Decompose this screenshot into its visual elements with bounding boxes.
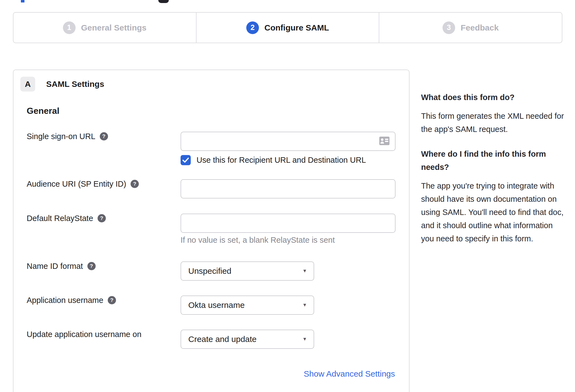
application-username-select[interactable]: Okta username ▼ [181,296,314,315]
step-label: Configure SAML [264,23,329,32]
help-icon[interactable]: ? [98,214,106,222]
checkbox-label: Use this for Recipient URL and Destinati… [197,156,366,165]
help-section-what: What does this form do? This form genera… [421,91,565,136]
step-general-settings[interactable]: 1 General Settings [13,13,196,43]
contact-card-icon [379,137,389,145]
help-icon[interactable]: ? [87,262,96,270]
default-relaystate-row: Default RelayState ? If no value is set,… [27,214,409,245]
chevron-down-icon: ▼ [302,268,307,274]
checkmark-icon [183,158,189,163]
help-body: This form generates the XML needed for t… [421,109,565,136]
audience-uri-row: Audience URI (SP Entity ID) ? [27,179,409,198]
advanced-settings-row: Show Advanced Settings [27,369,409,379]
section-a-badge: A [20,77,35,92]
step-label: Feedback [461,23,499,32]
help-icon[interactable]: ? [108,296,116,304]
single-sign-on-url-label: Single sign-on URL [27,132,95,141]
single-sign-on-url-row: Single sign-on URL ? [27,132,409,165]
relaystate-hint: If no value is set, a blank RelayState i… [181,236,409,245]
help-heading: What does this form do? [421,91,565,104]
default-relaystate-label: Default RelayState [27,214,93,223]
use-for-recipient-destination-checkbox[interactable] [181,155,191,165]
step-label: General Settings [81,23,146,32]
step-feedback[interactable]: 3 Feedback [379,13,562,43]
application-username-label: Application username [27,296,103,305]
step-configure-saml[interactable]: 2 Configure SAML [196,13,379,43]
wizard-stepper: 1 General Settings 2 Configure SAML 3 Fe… [13,12,562,43]
chevron-down-icon: ▼ [302,302,307,308]
audience-uri-label: Audience URI (SP Entity ID) [27,179,126,189]
panel-header: A SAML Settings [13,70,409,92]
step-number-badge: 1 [63,21,76,34]
select-value: Create and update [188,335,257,344]
general-section-title: General [27,106,409,116]
application-username-row: Application username ? Okta username ▼ [27,296,409,315]
cutoff-dark-artifact [158,0,169,3]
help-icon[interactable]: ? [100,132,108,140]
single-sign-on-url-input[interactable] [181,132,396,151]
saml-settings-panel: A SAML Settings General Single sign-on U… [13,70,410,392]
name-id-format-select[interactable]: Unspecified ▼ [181,261,314,281]
name-id-format-label: Name ID format [27,261,83,271]
help-sidebar: What does this form do? This form genera… [421,91,565,245]
panel-title: SAML Settings [46,79,104,89]
name-id-format-row: Name ID format ? Unspecified ▼ [27,261,409,281]
help-heading: Where do I find the info this form needs… [421,147,565,174]
step-number-badge: 3 [443,21,455,34]
show-advanced-settings-link[interactable]: Show Advanced Settings [304,369,395,378]
help-section-where: Where do I find the info this form needs… [421,147,565,245]
audience-uri-input[interactable] [181,179,396,198]
select-value: Okta username [188,300,245,310]
select-value: Unspecified [188,266,231,276]
update-application-username-select[interactable]: Create and update ▼ [181,330,314,349]
default-relaystate-input[interactable] [181,214,396,233]
update-application-username-row: Update application username on Create an… [27,330,409,349]
cutoff-blue-artifact [21,0,24,2]
help-icon[interactable]: ? [131,180,139,188]
chevron-down-icon: ▼ [302,336,307,342]
step-number-badge: 2 [246,21,259,34]
update-application-username-label: Update application username on [27,330,142,339]
help-body: The app you're trying to integrate with … [421,179,565,245]
